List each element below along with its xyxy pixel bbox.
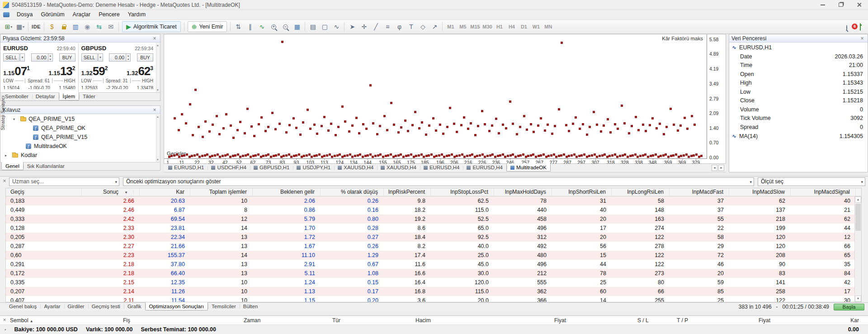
optimization-row[interactable]: 0,1832.6620.63102.060.269.862.5783158376… xyxy=(6,196,854,205)
optimization-pass-dot[interactable] xyxy=(530,154,532,157)
optimization-pass-dot[interactable] xyxy=(288,124,291,126)
optimization-pass-dot[interactable] xyxy=(327,129,330,132)
optimization-pass-dot[interactable] xyxy=(502,153,504,156)
optimization-pass-dot[interactable] xyxy=(250,156,252,158)
optimization-pass-dot[interactable] xyxy=(351,156,354,158)
optimization-pass-dot[interactable] xyxy=(456,131,458,133)
optimization-pass-dot[interactable] xyxy=(321,156,323,158)
tester-tab-7[interactable]: Temsilciler xyxy=(208,303,240,310)
criterion-select-combo[interactable]: Ölçüt seç xyxy=(758,177,865,186)
optimization-pass-dot[interactable] xyxy=(303,155,305,157)
profiles-icon[interactable]: ▦▾ xyxy=(15,21,26,32)
optimization-pass-dot[interactable] xyxy=(250,125,253,128)
optimization-pass-dot[interactable] xyxy=(560,154,562,157)
optimization-pass-dot[interactable] xyxy=(660,155,662,157)
optimization-pass-dot[interactable] xyxy=(283,155,285,157)
optimization-pass-dot[interactable] xyxy=(239,121,241,123)
optimization-pass-dot[interactable] xyxy=(456,155,458,157)
optimization-pass-dot[interactable] xyxy=(362,156,364,158)
optimization-pass-dot[interactable] xyxy=(547,155,550,157)
toolbox-column-1[interactable]: Sembol▲ xyxy=(10,316,33,326)
optimization-pass-dot[interactable] xyxy=(481,110,483,112)
sell-button[interactable]: SELL xyxy=(81,53,98,62)
optimization-pass-dot[interactable] xyxy=(226,153,229,156)
optimization-pass-dot[interactable] xyxy=(208,130,211,133)
column-header-inpriskpercent[interactable]: InpRiskPercent xyxy=(384,188,431,196)
optimization-pass-dot[interactable] xyxy=(306,154,308,157)
column-header-toplam-i-lemler[interactable]: Toplam işlemler xyxy=(190,188,253,196)
candles-chart-icon[interactable]: ▢ xyxy=(319,21,330,32)
tester-tab-6[interactable]: Optimizasyon Sonuçları xyxy=(145,302,208,310)
optimization-pass-dot[interactable] xyxy=(181,155,183,157)
optimization-pass-dot[interactable] xyxy=(302,121,304,124)
optimization-pass-dot[interactable] xyxy=(591,154,593,157)
optimization-pass-dot[interactable] xyxy=(337,126,340,128)
optimization-pass-dot[interactable] xyxy=(229,156,231,158)
optimization-pass-dot[interactable] xyxy=(526,129,528,131)
market-watch-tab-2[interactable]: Detaylar xyxy=(32,93,59,100)
column-header-inpmacdsignal[interactable]: InpMacdSignal xyxy=(791,188,856,196)
optimization-pass-dot[interactable] xyxy=(183,154,185,157)
step-down-icon[interactable] xyxy=(126,57,130,61)
lot-size-input[interactable]: 0.00 xyxy=(31,53,48,62)
optimization-pass-dot[interactable] xyxy=(354,155,356,157)
menu-item-2[interactable]: Görünüm xyxy=(37,10,68,19)
optimization-pass-dot[interactable] xyxy=(665,126,668,128)
optimization-pass-dot[interactable] xyxy=(237,153,239,156)
optimization-pass-dot[interactable] xyxy=(430,153,433,156)
optimization-pass-dot[interactable] xyxy=(367,154,369,157)
optimization-pass-dot[interactable] xyxy=(491,153,494,156)
optimization-pass-dot[interactable] xyxy=(463,156,466,158)
optimization-pass-dot[interactable] xyxy=(619,155,621,157)
lot-size-stepper[interactable] xyxy=(48,53,53,62)
optimization-pass-dot[interactable] xyxy=(362,123,364,125)
optimization-pass-dot[interactable] xyxy=(387,154,389,157)
column-header-beklenen-gelir[interactable]: Beklenen gelir xyxy=(253,188,321,196)
toolbox-column-9[interactable]: Fiyat xyxy=(759,316,770,325)
optimization-pass-dot[interactable] xyxy=(372,122,374,124)
optimization-pass-dot[interactable] xyxy=(509,100,511,103)
optimization-pass-dot[interactable] xyxy=(561,42,563,44)
buy-button[interactable]: BUY xyxy=(137,53,153,62)
optimization-pass-dot[interactable] xyxy=(509,154,512,157)
previous-results-combo[interactable]: Önceki optimizasyon sonuçlarını göster xyxy=(123,177,754,186)
grid-icon[interactable]: ▦ xyxy=(292,21,302,32)
optimization-pass-dot[interactable] xyxy=(491,124,493,127)
toolbox-column-3[interactable]: Zaman xyxy=(244,316,260,325)
optimization-pass-dot[interactable] xyxy=(288,153,290,156)
optimization-pass-dot[interactable] xyxy=(572,123,574,125)
optimization-pass-dot[interactable] xyxy=(655,153,657,156)
optimization-pass-dot[interactable] xyxy=(236,129,239,131)
optimization-pass-dot[interactable] xyxy=(698,156,700,158)
optimization-pass-dot[interactable] xyxy=(260,156,262,158)
optimization-pass-dot[interactable] xyxy=(523,115,525,117)
optimization-pass-dot[interactable] xyxy=(505,127,507,129)
column-header--olarak-d-[interactable]: % olarak düşüş xyxy=(321,188,384,196)
optimization-pass-dot[interactable] xyxy=(202,136,204,138)
optimization-pass-dot[interactable] xyxy=(504,156,506,158)
optimization-pass-dot[interactable] xyxy=(486,155,489,157)
optimization-pass-dot[interactable] xyxy=(189,103,191,105)
optimization-pass-dot[interactable] xyxy=(499,154,501,157)
optimization-pass-dot[interactable] xyxy=(386,129,388,131)
optimization-pass-dot[interactable] xyxy=(219,156,221,158)
optimization-pass-dot[interactable] xyxy=(514,156,517,158)
optimization-pass-dot[interactable] xyxy=(191,155,193,157)
tree-toggle-icon[interactable]: ▸ xyxy=(5,153,7,157)
navigator-item-qea_prime_v15[interactable]: QEA_PRIME_V15 xyxy=(0,133,156,142)
optimization-row[interactable]: 0,4492.466.8780.860.1618.2115.0440401483… xyxy=(6,205,854,215)
optimization-pass-dot[interactable] xyxy=(435,155,438,157)
step-up-icon[interactable] xyxy=(126,54,130,57)
optimization-pass-dot[interactable] xyxy=(185,122,187,124)
metaeditor-ide-button[interactable]: IDE xyxy=(31,21,42,32)
optimization-pass-dot[interactable] xyxy=(578,155,580,157)
toolbox-column-7[interactable]: S / L xyxy=(637,316,649,325)
optimization-pass-dot[interactable] xyxy=(634,153,637,156)
optimization-pass-dot[interactable] xyxy=(357,154,359,157)
optimization-row[interactable]: 0,3352.1512.35101.240.1516.4120.05552580… xyxy=(6,278,854,287)
navigator-tab-1[interactable]: Genel xyxy=(1,162,24,170)
optimization-pass-dot[interactable] xyxy=(374,155,377,157)
optimization-pass-dot[interactable] xyxy=(611,154,613,157)
optimization-pass-dot[interactable] xyxy=(516,133,518,135)
optimization-pass-dot[interactable] xyxy=(639,155,642,157)
